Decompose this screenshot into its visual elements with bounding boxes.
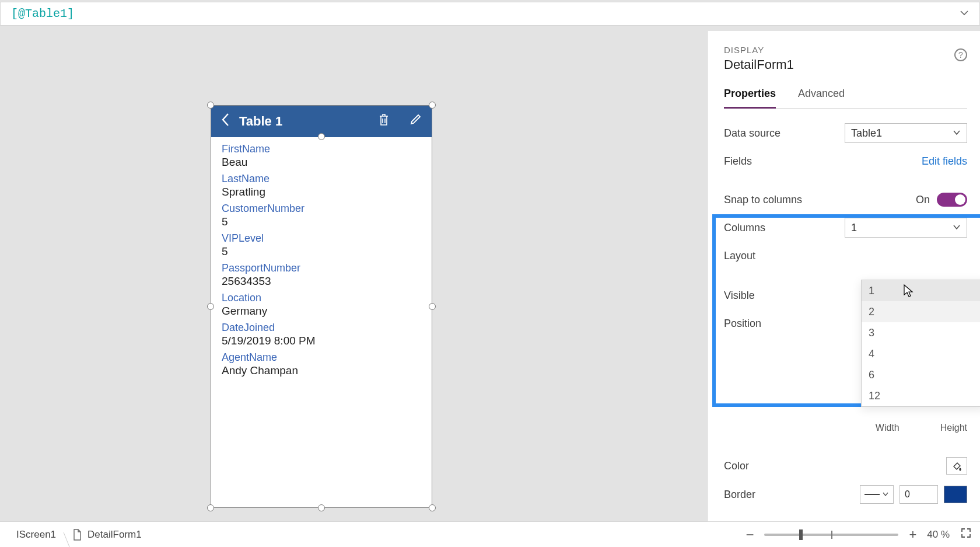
panel-tabs: Properties Advanced	[724, 88, 967, 109]
prop-label: Columns	[724, 222, 840, 234]
zoom-slider[interactable]	[764, 534, 898, 536]
prop-snap-to-columns: Snap to columns On	[724, 186, 967, 214]
form-field: CustomerNumber5	[222, 203, 421, 228]
field-value: Beau	[222, 156, 421, 169]
edit-icon[interactable]	[410, 113, 422, 130]
color-picker[interactable]	[946, 457, 967, 475]
breadcrumb-label: DetailForm1	[88, 529, 142, 541]
columns-select[interactable]: 1	[845, 218, 967, 238]
panel-category: DISPLAY	[724, 45, 967, 55]
field-value: Germany	[222, 305, 421, 318]
field-label: FirstName	[222, 143, 421, 155]
dropdown-option[interactable]: 6	[862, 364, 980, 385]
form-field: AgentNameAndy Champan	[222, 351, 421, 377]
border-color-swatch[interactable]	[944, 486, 967, 503]
resize-handle[interactable]	[318, 504, 325, 511]
data-source-value: Table1	[851, 127, 882, 140]
dropdown-option[interactable]: 2	[862, 301, 980, 322]
chevron-down-icon	[953, 127, 961, 140]
border-style-select[interactable]	[860, 485, 894, 504]
formula-expand-icon[interactable]	[960, 8, 969, 20]
columns-dropdown[interactable]: 1 2 3 4 6 12	[861, 280, 980, 407]
resize-handle[interactable]	[207, 504, 214, 511]
prop-label: Snap to columns	[724, 194, 840, 206]
prop-label: Color	[724, 460, 946, 472]
card-header: Table 1	[211, 106, 432, 137]
size-labels: Width Height	[876, 423, 967, 433]
field-value: 5	[222, 245, 421, 258]
design-canvas[interactable]: Table 1 FirstNameBeau LastNameSpratling …	[0, 31, 714, 504]
tab-advanced[interactable]: Advanced	[798, 88, 845, 108]
file-icon	[72, 529, 82, 541]
dropdown-option[interactable]: 4	[862, 343, 980, 364]
prop-columns: Columns 1	[724, 214, 967, 242]
form-field: LocationGermany	[222, 292, 421, 318]
status-bar: IScreen1 DetailForm1 − + 40 %	[0, 521, 980, 547]
field-value: 5/19/2019 8:00 PM	[222, 335, 421, 347]
resize-handle[interactable]	[318, 133, 325, 140]
zoom-controls: − + 40 %	[746, 527, 972, 543]
border-width-input[interactable]: 0	[900, 485, 938, 504]
form-field: PassportNumber25634353	[222, 262, 421, 288]
field-label: Location	[222, 292, 421, 304]
snap-toggle[interactable]	[937, 193, 967, 207]
breadcrumb-label: IScreen1	[16, 529, 56, 541]
back-icon[interactable]	[220, 112, 231, 131]
prop-label: Layout	[724, 250, 967, 262]
prop-fields: Fields Edit fields	[724, 147, 967, 175]
chevron-down-icon	[953, 222, 961, 234]
zoom-value: 40 %	[927, 529, 950, 541]
resize-handle[interactable]	[429, 102, 436, 109]
data-source-select[interactable]: Table1	[845, 123, 967, 143]
form-field: VIPLevel5	[222, 232, 421, 258]
toggle-state: On	[916, 194, 930, 206]
height-label: Height	[940, 423, 967, 433]
zoom-out-button[interactable]: −	[746, 527, 754, 543]
width-label: Width	[876, 423, 900, 433]
breadcrumb-control[interactable]: DetailForm1	[64, 529, 150, 541]
field-label: AgentName	[222, 351, 421, 364]
field-value: 5	[222, 215, 421, 228]
prop-label: Data source	[724, 127, 840, 140]
resize-handle[interactable]	[429, 303, 436, 310]
zoom-in-button[interactable]: +	[909, 527, 916, 542]
border-width-value: 0	[905, 489, 910, 500]
formula-bar[interactable]: [@Table1]	[0, 2, 980, 26]
field-label: VIPLevel	[222, 232, 421, 245]
field-label: LastName	[222, 173, 421, 185]
card-title: Table 1	[239, 114, 282, 129]
paint-bucket-icon	[951, 461, 962, 471]
prop-layout: Layout	[724, 242, 967, 270]
resize-handle[interactable]	[207, 303, 214, 310]
form-field: DateJoined5/19/2019 8:00 PM	[222, 322, 421, 347]
field-label: CustomerNumber	[222, 203, 421, 215]
tab-properties[interactable]: Properties	[724, 88, 776, 109]
prop-label: Fields	[724, 155, 840, 168]
panel-control-name: DetailForm1	[724, 57, 967, 72]
dropdown-option[interactable]: 3	[862, 322, 980, 343]
help-icon[interactable]: ?	[954, 48, 967, 61]
prop-color: Color	[724, 457, 967, 475]
dropdown-option[interactable]: 1	[862, 280, 980, 301]
detail-form[interactable]: Table 1 FirstNameBeau LastNameSpratling …	[211, 105, 432, 508]
dropdown-option[interactable]: 12	[862, 385, 980, 406]
form-field: FirstNameBeau	[222, 143, 421, 169]
prop-border: Border 0	[724, 485, 967, 504]
formula-text: [@Table1]	[11, 7, 74, 20]
fullscreen-icon[interactable]	[960, 527, 972, 542]
resize-handle[interactable]	[429, 504, 436, 511]
columns-value: 1	[851, 222, 857, 234]
chevron-down-icon	[882, 491, 889, 498]
card-body: FirstNameBeau LastNameSpratling Customer…	[211, 137, 432, 507]
field-value: Spratling	[222, 186, 421, 198]
detail-form-card[interactable]: Table 1 FirstNameBeau LastNameSpratling …	[211, 105, 432, 508]
resize-handle[interactable]	[207, 102, 214, 109]
breadcrumb-screen[interactable]: IScreen1	[8, 529, 64, 541]
field-value: Andy Champan	[222, 364, 421, 377]
field-value: 25634353	[222, 275, 421, 288]
edit-fields-link[interactable]: Edit fields	[922, 155, 967, 168]
trash-icon[interactable]	[378, 113, 390, 130]
field-label: PassportNumber	[222, 262, 421, 274]
prop-data-source: Data source Table1	[724, 119, 967, 147]
form-field: LastNameSpratling	[222, 173, 421, 198]
